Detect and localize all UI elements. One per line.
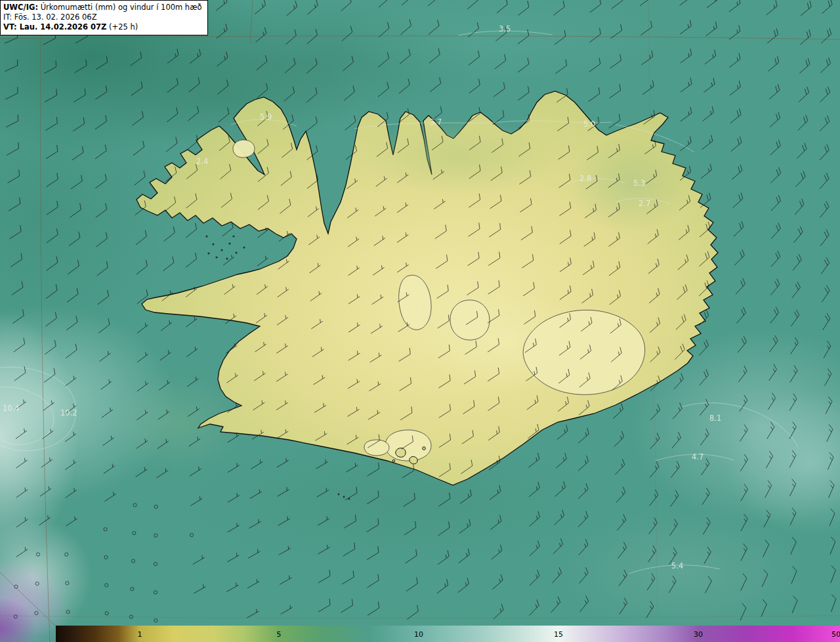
contour-label: 8.1	[709, 414, 721, 423]
contour-label: 2.7	[639, 199, 650, 208]
small-island	[423, 447, 426, 450]
colorbar-tick-label: 10	[414, 630, 423, 638]
model-name: UWC/IG:	[3, 3, 38, 12]
small-island	[392, 460, 395, 462]
myrdalsjokull-glacier	[385, 430, 431, 461]
contour-label: 5.3	[633, 179, 645, 188]
init-time: IT: Fös. 13. 02. 2026 06Z	[3, 12, 202, 22]
contour-label: 10.4	[3, 404, 20, 413]
contour-label: 4.7	[692, 452, 704, 461]
contour-label: 5.7	[430, 118, 442, 127]
contour-label: 5.9	[260, 112, 272, 121]
contour-label: 2.4	[196, 157, 208, 166]
hofsjokull-glacier	[450, 300, 490, 340]
map-title-box: UWC/IG: Úrkomumætti (mm) og vindur í 100…	[0, 0, 208, 35]
colorbar-tick-label: 5	[277, 630, 282, 638]
drangajokull-glacier	[233, 140, 255, 158]
contour-label: 3.5	[499, 24, 511, 33]
contour-label: 1.6	[415, 304, 427, 313]
vestmannaeyjar-island	[396, 448, 406, 457]
vestmannaeyjar-island	[410, 456, 417, 463]
map-title: UWC/IG: Úrkomumætti (mm) og vindur í 100…	[3, 3, 202, 12]
valid-time: VT: Lau. 14.02.2026 07Z (+25 h)	[3, 22, 202, 32]
contour-label: 2.8	[495, 329, 507, 338]
contour-label: 10.2	[60, 408, 77, 417]
contour-label: 5.0	[583, 119, 595, 129]
contour-label: 5.4	[671, 561, 683, 570]
colorbar-tick-label: 1	[138, 630, 142, 638]
colorbar-tick-label: 50	[831, 630, 840, 638]
colorbar-tick-label: 30	[694, 630, 703, 638]
colorbar-tick-label: 15	[554, 630, 563, 638]
contour-label: 2.8	[579, 174, 591, 183]
precipitation-field: 3.55.95.75.02.42.85.32.710.410.28.14.75.…	[0, 0, 840, 642]
colorbar: 1510153050	[56, 626, 840, 642]
